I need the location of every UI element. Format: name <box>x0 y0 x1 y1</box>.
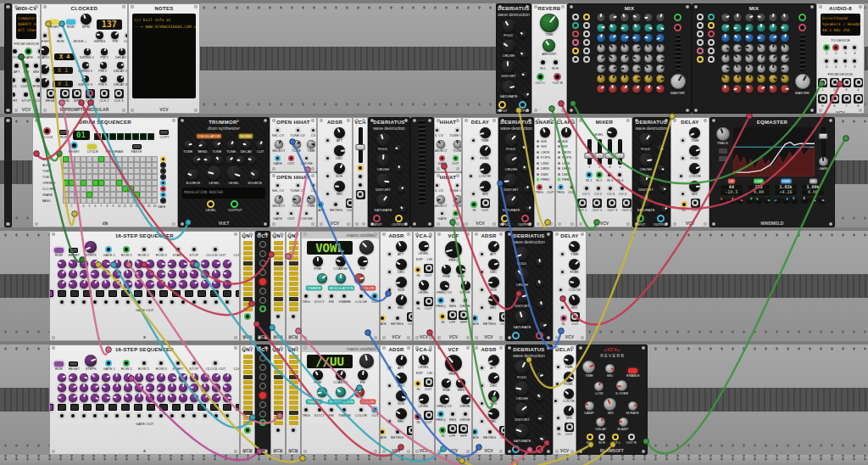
retrig-jack[interactable] <box>394 429 401 435</box>
control-jack[interactable] <box>325 173 331 179</box>
step-cell[interactable] <box>140 174 146 180</box>
step-cell[interactable] <box>134 156 140 162</box>
paste-button[interactable]: PASTE <box>130 144 143 154</box>
step-jack[interactable] <box>213 412 220 419</box>
dec-knob[interactable] <box>334 145 345 156</box>
step-button[interactable] <box>70 404 79 411</box>
key-step[interactable] <box>274 401 283 405</box>
step-jack[interactable] <box>169 412 175 419</box>
step-cell[interactable] <box>75 156 81 162</box>
seq-knob[interactable] <box>146 394 154 402</box>
color-knob[interactable] <box>564 389 574 399</box>
step-jack[interactable] <box>158 299 164 305</box>
bpm-knob[interactable] <box>81 14 92 25</box>
step-jack[interactable] <box>202 299 209 305</box>
seq-knob[interactable] <box>190 384 198 392</box>
time-knob[interactable] <box>307 140 315 148</box>
mixer-knob[interactable] <box>644 54 653 63</box>
model-option[interactable]: LINN <box>558 161 571 166</box>
seq-knob[interactable] <box>179 373 187 382</box>
key-step[interactable] <box>289 266 298 271</box>
step-cell[interactable] <box>69 192 75 198</box>
step-cell[interactable] <box>92 180 98 186</box>
control-jack[interactable] <box>357 165 364 171</box>
seq-knob[interactable] <box>80 394 88 402</box>
sus-knob[interactable] <box>488 390 499 401</box>
lpf-jack[interactable] <box>449 311 456 318</box>
step-cell[interactable] <box>110 180 116 186</box>
control-jack[interactable] <box>680 137 686 143</box>
out-l-jack[interactable] <box>612 434 619 440</box>
mixer-knob[interactable] <box>644 34 653 42</box>
mixer-input-jack[interactable] <box>708 31 715 37</box>
model-option[interactable]: CR78 <box>558 150 573 155</box>
step-cell[interactable] <box>122 186 128 192</box>
choke-jack[interactable] <box>303 155 309 161</box>
step-cell[interactable] <box>116 168 122 174</box>
control-knob[interactable] <box>41 78 49 87</box>
seq-knob[interactable] <box>113 260 121 268</box>
key-step[interactable] <box>289 287 298 291</box>
7-jack[interactable] <box>842 58 849 64</box>
out-jack[interactable] <box>692 199 698 206</box>
out-r-jack[interactable] <box>554 73 561 81</box>
row-2-jack[interactable] <box>141 360 147 367</box>
mixer-knob[interactable] <box>769 14 777 22</box>
control-jack[interactable] <box>357 182 364 188</box>
2-jack[interactable] <box>832 44 839 51</box>
control-jack[interactable] <box>558 287 564 293</box>
mixer-knob[interactable] <box>745 34 754 42</box>
step-cell[interactable] <box>69 198 75 204</box>
step-cell[interactable] <box>86 156 92 162</box>
fine-knob[interactable] <box>313 256 323 266</box>
out-jack[interactable] <box>426 298 432 305</box>
step-cell[interactable] <box>116 174 122 180</box>
key-step[interactable] <box>274 287 283 291</box>
in-jack[interactable] <box>415 413 421 420</box>
control-knob[interactable] <box>236 156 245 165</box>
seq-knob[interactable] <box>146 373 154 382</box>
model-option[interactable]: PERC <box>558 177 574 182</box>
input-jack[interactable] <box>501 215 509 222</box>
swing-knob[interactable] <box>96 31 103 39</box>
out-jack[interactable] <box>566 423 573 430</box>
control-knob[interactable] <box>354 387 364 397</box>
step-button[interactable] <box>83 404 92 411</box>
control-jack[interactable] <box>357 173 364 180</box>
saturate-knob[interactable] <box>515 311 529 325</box>
gate-jack[interactable] <box>380 315 386 322</box>
step-cell[interactable] <box>63 186 69 192</box>
reset-button[interactable]: RESET <box>67 361 81 372</box>
coarse-knob[interactable] <box>336 256 346 266</box>
seq-knob[interactable] <box>91 260 99 268</box>
level-knob[interactable] <box>419 241 429 251</box>
step-cell[interactable] <box>128 174 134 180</box>
level-knob[interactable] <box>419 355 429 365</box>
step-cell[interactable] <box>86 192 92 198</box>
lcd-screen[interactable]: /// Evil info at---> WWW.VCVRACKIDEAS.CO… <box>132 14 196 98</box>
stop-jack[interactable] <box>191 246 198 253</box>
step-button[interactable] <box>210 290 219 297</box>
gate-jack[interactable] <box>472 429 478 435</box>
key-step[interactable] <box>243 421 253 425</box>
seq-knob[interactable] <box>135 260 143 268</box>
2-jack[interactable] <box>832 79 838 86</box>
mixer-knob[interactable] <box>721 64 730 73</box>
in-4-jack[interactable] <box>616 171 623 178</box>
4-jack[interactable] <box>855 79 862 86</box>
gate-jack[interactable] <box>439 155 445 161</box>
mixer-knob[interactable] <box>656 85 665 93</box>
out-l-jack[interactable] <box>537 73 544 81</box>
control-knob[interactable] <box>520 31 526 38</box>
step-cell[interactable] <box>104 192 110 198</box>
step-cell[interactable] <box>116 180 122 186</box>
model-option[interactable]: 909 <box>537 144 548 149</box>
enable-button[interactable]: ENABLE <box>625 368 642 378</box>
timbre-jack[interactable] <box>341 406 348 413</box>
channel-fader[interactable] <box>598 139 602 165</box>
rtrg-jack[interactable] <box>34 76 41 84</box>
step-cell[interactable] <box>98 186 104 192</box>
control-knob[interactable] <box>540 127 550 137</box>
hpf-jack[interactable] <box>460 425 467 432</box>
step-cell[interactable] <box>75 174 81 180</box>
